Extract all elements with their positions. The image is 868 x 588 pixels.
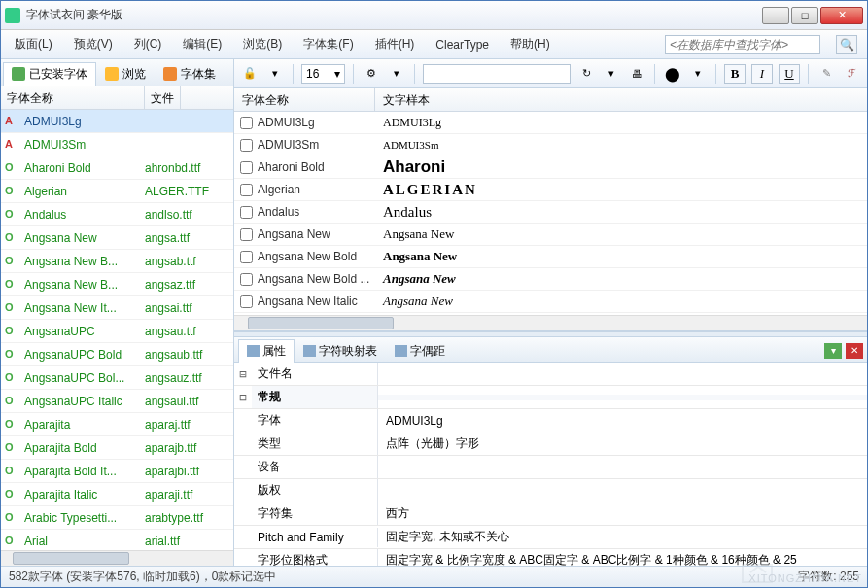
font-row[interactable]: OAngsana New It...angsai.ttf — [1, 296, 233, 320]
lock-icon[interactable]: 🔓 — [240, 64, 260, 84]
property-row[interactable]: Pitch and Family固定字宽, 未知或不关心 — [234, 526, 867, 549]
clear-icon[interactable]: ℱ — [842, 64, 861, 84]
font-row[interactable]: OAngsanaUPC Boldangsaub.ttf — [1, 343, 233, 366]
font-list[interactable]: AADMUI3LgAADMUI3SmOAharoni Boldahronbd.t… — [1, 110, 233, 550]
color-icon[interactable]: ⬤ — [663, 64, 682, 84]
preview-row[interactable]: ADMUI3LgADMUI3Lg — [234, 112, 867, 134]
apply-icon[interactable]: ✎ — [816, 64, 836, 84]
row-checkbox[interactable] — [240, 206, 253, 219]
dropdown-icon[interactable]: ▾ — [602, 64, 621, 84]
font-row[interactable]: OAndalusandlso.ttf — [1, 203, 233, 226]
font-file: ahronbd.ttf — [145, 161, 200, 175]
db-search-input[interactable] — [665, 35, 820, 54]
preview-h-scrollbar[interactable] — [234, 315, 867, 330]
menu-item[interactable]: 浏览(B) — [239, 33, 286, 55]
font-row[interactable]: OAparajita Italicaparaji.ttf — [1, 483, 233, 506]
font-size-input[interactable]: 16▾ — [301, 64, 345, 84]
font-file: angsau.ttf — [145, 325, 196, 338]
property-row[interactable]: 字形位图格式固定字宽 & 比例字宽度 & ABC固定字 & ABC比例字 & 1… — [234, 549, 867, 566]
font-type-icon: O — [5, 161, 18, 175]
preview-row[interactable]: AndalusAndalus — [234, 201, 867, 224]
dropdown-icon[interactable]: ▾ — [387, 64, 406, 84]
sample-text-input[interactable] — [423, 64, 571, 84]
row-checkbox[interactable] — [240, 117, 253, 129]
font-type-icon: O — [5, 441, 18, 455]
dropdown-icon[interactable]: ▾ — [688, 64, 708, 84]
preview-row[interactable]: AlgerianALGERIAN — [234, 179, 867, 201]
italic-button[interactable]: I — [751, 64, 773, 84]
menu-item[interactable]: 版面(L) — [11, 33, 56, 55]
bold-button[interactable]: B — [724, 64, 746, 84]
row-checkbox[interactable] — [240, 161, 253, 174]
font-row[interactable]: OAparajitaaparaj.ttf — [1, 413, 233, 436]
close-button[interactable]: ✕ — [820, 7, 863, 24]
menu-item[interactable]: 列(C) — [130, 33, 166, 55]
col-name[interactable]: 字体全称 — [1, 86, 145, 109]
font-row[interactable]: OAngsana Newangsa.ttf — [1, 226, 233, 250]
row-checkbox[interactable] — [240, 139, 253, 152]
preview-row[interactable]: Angsana New Bold ...Angsana New — [234, 268, 867, 291]
prop-tab[interactable]: 字偶距 — [386, 339, 454, 363]
preview-row[interactable]: Aharoni BoldAharoni — [234, 156, 867, 179]
font-row[interactable]: OAlgerianALGER.TTF — [1, 180, 233, 203]
property-row[interactable]: 字体ADMUI3Lg — [234, 409, 867, 432]
dropdown-icon[interactable]: ▾ — [265, 64, 285, 84]
minimize-button[interactable]: — — [762, 7, 789, 24]
gear-icon[interactable]: ⚙ — [362, 64, 381, 84]
prop-tab[interactable]: 字符映射表 — [295, 339, 386, 363]
font-row[interactable]: OAngsanaUPCangsau.ttf — [1, 320, 233, 343]
col-fullname[interactable]: 字体全称 — [234, 88, 375, 111]
menu-item[interactable]: 插件(H) — [371, 33, 419, 55]
expand-icon[interactable]: ⊟ — [234, 367, 252, 381]
print-icon[interactable]: 🖶 — [627, 64, 646, 84]
maximize-button[interactable]: □ — [791, 7, 818, 24]
font-row[interactable]: OAparajita Boldaparajb.ttf — [1, 436, 233, 460]
menu-item[interactable]: ClearType — [432, 35, 493, 54]
panel-close-button[interactable]: ✕ — [846, 343, 863, 359]
left-tab[interactable]: 浏览 — [96, 62, 155, 86]
col-file[interactable]: 文件 — [145, 86, 181, 109]
font-row[interactable]: OAngsana New B...angsab.ttf — [1, 250, 233, 273]
property-row[interactable]: 字符集西方 — [234, 502, 867, 526]
menu-item[interactable]: 预览(V) — [70, 33, 117, 55]
font-file: aparaji.ttf — [145, 488, 192, 502]
property-grid[interactable]: ⊟文件名⊟常规字体ADMUI3Lg类型点阵（光栅）字形设备版权字符集西方Pitc… — [234, 363, 867, 566]
font-row[interactable]: AADMUI3Lg — [1, 110, 233, 133]
expand-icon[interactable]: ⊟ — [234, 391, 252, 404]
property-row[interactable]: 设备 — [234, 456, 867, 479]
row-checkbox[interactable] — [240, 228, 253, 241]
property-row[interactable]: 类型点阵（光栅）字形 — [234, 432, 867, 456]
preview-row[interactable]: Angsana NewAngsana New — [234, 224, 867, 246]
preview-row[interactable]: ADMUI3SmADMUI3Sm — [234, 134, 867, 156]
property-row[interactable]: 版权 — [234, 479, 867, 502]
row-checkbox[interactable] — [240, 251, 253, 263]
refresh-icon[interactable]: ↻ — [576, 64, 596, 84]
left-h-scrollbar[interactable] — [1, 550, 233, 566]
font-row[interactable]: OArabic Typesetti...arabtype.ttf — [1, 506, 233, 530]
font-row[interactable]: OAngsanaUPC Italicangsaui.ttf — [1, 390, 233, 413]
left-tab[interactable]: 字体集 — [155, 62, 225, 86]
menu-item[interactable]: 帮助(H) — [506, 33, 554, 55]
font-row[interactable]: AADMUI3Sm — [1, 133, 233, 156]
font-row[interactable]: OAparajita Bold It...aparajbi.ttf — [1, 460, 233, 483]
row-checkbox[interactable] — [240, 273, 253, 286]
row-checkbox[interactable] — [240, 295, 253, 308]
font-row[interactable]: OAngsana New B...angsaz.ttf — [1, 273, 233, 296]
font-row[interactable]: OArialarial.ttf — [1, 530, 233, 550]
property-row[interactable]: ⊟文件名 — [234, 363, 867, 386]
property-row[interactable]: ⊟常规 — [234, 386, 867, 409]
underline-button[interactable]: U — [779, 64, 800, 84]
font-row[interactable]: OAharoni Boldahronbd.ttf — [1, 156, 233, 180]
preview-row[interactable]: Angsana New BoldAngsana New — [234, 246, 867, 268]
preview-list[interactable]: ADMUI3LgADMUI3LgADMUI3SmADMUI3SmAharoni … — [234, 112, 867, 315]
left-tab[interactable]: 已安装字体 — [3, 62, 96, 86]
db-search-button[interactable]: 🔍 — [836, 35, 857, 54]
menu-item[interactable]: 编辑(E) — [179, 33, 226, 55]
col-sample[interactable]: 文字样本 — [375, 88, 867, 111]
prop-tab[interactable]: 属性 — [238, 339, 295, 363]
font-row[interactable]: OAngsanaUPC Bol...angsauz.ttf — [1, 366, 233, 390]
row-checkbox[interactable] — [240, 184, 253, 196]
panel-minimize-button[interactable]: ▾ — [824, 343, 842, 359]
preview-row[interactable]: Angsana New ItalicAngsana New — [234, 291, 867, 313]
menu-item[interactable]: 字体集(F) — [299, 33, 357, 55]
